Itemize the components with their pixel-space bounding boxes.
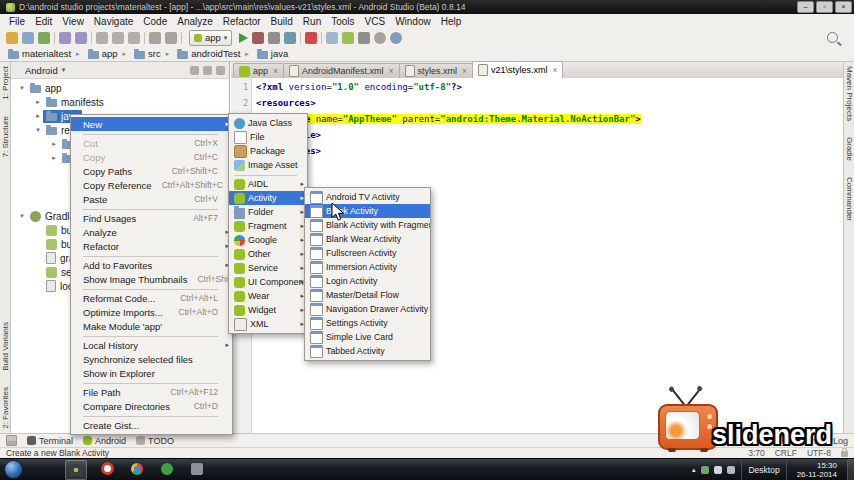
toolbar-icon[interactable] [239,33,248,43]
context-menu-item[interactable]: Refactor ▸ [71,239,232,253]
desktop-toolbar[interactable]: Desktop [741,459,786,480]
editor-tab[interactable]: AndroidManifest.xml × [283,63,400,78]
new-submenu-item[interactable]: Activity ▸ [229,191,307,205]
toolbar-icon[interactable] [358,32,370,44]
tree-expander-icon[interactable]: ▾ [17,84,27,92]
taskbar-app-icon[interactable] [65,460,87,480]
breadcrumb-item[interactable]: app [71,48,117,59]
toolwindow-button[interactable]: 7: Structure [1,116,10,157]
toolbar-icon[interactable] [165,32,177,44]
toolwindow-anchor-icon[interactable] [6,435,17,446]
menu-bar-item[interactable]: View [57,14,89,29]
breadcrumb-item[interactable]: androidTest [161,48,241,59]
toolbar-icon[interactable] [181,32,182,44]
new-submenu-item[interactable]: Other ▸ [229,247,307,261]
menu-bar-item[interactable]: Analyze [172,14,218,29]
activity-submenu-item[interactable]: Blank Activity with Fragment ▸ [305,218,430,232]
toolwindow-button[interactable]: Android [83,436,126,446]
toolbar-icon[interactable] [342,32,354,44]
close-tab-icon[interactable]: × [273,66,278,76]
tree-expander-icon[interactable]: ▸ [49,140,59,148]
tree-row[interactable]: ▸ manifests [11,95,229,109]
context-menu-item[interactable]: Paste Ctrl+V ▸ [71,192,232,206]
toolbar-icon[interactable] [252,32,264,44]
toolbar-icon[interactable] [59,32,71,44]
new-submenu-item[interactable]: Folder ▸ [229,205,307,219]
close-button[interactable]: × [835,1,852,13]
activity-submenu-item[interactable]: Simple Live Card ▸ [305,330,430,344]
context-menu-item[interactable]: Cut Ctrl+X ▸ [71,136,232,150]
toolbar-icon[interactable] [91,32,92,44]
context-menu-item[interactable]: Copy Paths Ctrl+Shift+C ▸ [71,164,232,178]
new-submenu-item[interactable]: Package ▸ [229,144,307,158]
settings-icon[interactable] [190,66,199,75]
editor-tab[interactable]: app × [233,63,284,78]
status-segment[interactable]: 3:70 [748,448,765,458]
activity-submenu-item[interactable]: Blank Activity ▸ [305,204,430,218]
close-tab-icon[interactable]: × [462,66,467,76]
toolwindow-button[interactable]: Terminal [27,436,73,446]
toolwindow-button[interactable]: Commander [845,177,854,221]
toolwindow-button[interactable]: Maven Projects [845,66,854,121]
activity-submenu-item[interactable]: Settings Activity ▸ [305,316,430,330]
tray-icon[interactable] [714,466,722,474]
context-menu-item[interactable]: Add to Favorites ▸ [71,258,232,272]
toolbar-icon[interactable] [305,32,317,44]
context-menu-item[interactable]: Show in Explorer ▸ [71,366,232,380]
menu-bar-item[interactable]: Build [266,14,298,29]
lock-icon[interactable] [841,451,848,457]
menu-bar-item[interactable]: Window [390,14,436,29]
menu-bar-item[interactable]: Navigate [89,14,138,29]
toolbar-icon[interactable] [390,32,402,44]
activity-submenu-item[interactable]: Login Activity ▸ [305,274,430,288]
new-submenu-item[interactable]: AIDL ▸ [229,177,307,191]
event-log-button[interactable]: Event Log [807,436,848,446]
toolbar-icon[interactable] [96,32,108,44]
toolbar-icon[interactable] [112,32,124,44]
toolbar-icon[interactable] [75,32,87,44]
context-menu-item[interactable]: New ▸ [71,117,232,131]
toolbar-icon[interactable] [38,32,50,44]
status-segment[interactable]: UTF-8 [807,448,831,458]
menu-bar-item[interactable]: File [4,14,30,29]
menu-bar-item[interactable]: Refactor [218,14,266,29]
toolbar-icon[interactable] [300,32,301,44]
start-button[interactable] [4,460,23,479]
toolbar-icon[interactable] [149,32,161,44]
menu-bar-item[interactable]: VCS [360,14,391,29]
toolbar-icon[interactable] [268,32,280,44]
toolwindow-button[interactable]: 2: Favorites [1,387,10,429]
toolbar-icon[interactable] [284,32,296,44]
menu-bar-item[interactable]: Edit [30,14,57,29]
tree-expander-icon[interactable]: ▸ [33,112,43,120]
tray-chevron-icon[interactable]: ▴ [692,466,696,474]
new-submenu-item[interactable]: Wear ▸ [229,289,307,303]
tray-icon[interactable] [701,466,709,474]
toolbar-icon[interactable] [326,32,338,44]
context-menu-item[interactable]: Find Usages Alt+F7 ▸ [71,211,232,225]
taskbar-app-icon[interactable] [157,460,177,478]
breadcrumb-item[interactable]: java [240,48,288,59]
menu-bar-item[interactable]: Code [138,14,172,29]
tray-icon[interactable] [727,466,735,474]
context-menu-item[interactable]: Reformat Code... Ctrl+Alt+L ▸ [71,291,232,305]
context-menu-item[interactable]: Copy Reference Ctrl+Alt+Shift+C ▸ [71,178,232,192]
new-submenu-item[interactable]: Service ▸ [229,261,307,275]
activity-submenu-item[interactable]: Blank Wear Activity ▸ [305,232,430,246]
menu-bar-item[interactable]: Help [436,14,467,29]
toolbar-icon[interactable] [22,32,34,44]
close-tab-icon[interactable]: × [389,66,394,76]
context-menu-item[interactable]: Optimize Imports... Ctrl+Alt+O ▸ [71,305,232,319]
toolwindow-button[interactable]: Gradle [845,137,854,161]
close-tab-icon[interactable]: × [553,65,558,75]
tree-expander-icon[interactable]: ▾ [33,126,43,134]
search-icon[interactable] [827,32,838,43]
new-submenu-item[interactable]: Fragment ▸ [229,219,307,233]
taskbar-app-icon[interactable] [97,460,117,478]
new-submenu-item[interactable]: Google ▸ [229,233,307,247]
toolwindow-button[interactable]: 1: Project [1,66,10,100]
context-menu-item[interactable]: Local History ▸ [71,338,232,352]
activity-submenu-item[interactable]: Tabbed Activity ▸ [305,344,430,358]
activity-submenu-item[interactable]: Android TV Activity ▸ [305,190,430,204]
tree-expander-icon[interactable]: ▸ [49,154,59,162]
